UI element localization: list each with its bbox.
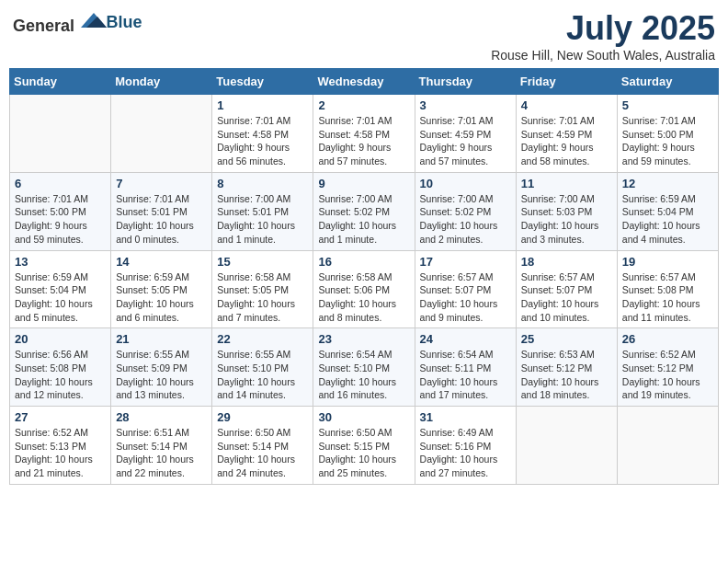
day-info: Sunrise: 7:00 AM Sunset: 5:02 PM Dayligh… (318, 192, 409, 247)
calendar-cell: 16Sunrise: 6:58 AM Sunset: 5:06 PM Dayli… (313, 250, 415, 328)
weekday-header-thursday: Thursday (415, 69, 516, 95)
logo-icon (81, 9, 107, 31)
day-info: Sunrise: 6:52 AM Sunset: 5:13 PM Dayligh… (15, 426, 106, 480)
day-number: 22 (217, 332, 308, 346)
weekday-header-monday: Monday (111, 69, 212, 95)
day-info: Sunrise: 7:01 AM Sunset: 5:00 PM Dayligh… (622, 114, 713, 168)
calendar-cell: 1Sunrise: 7:01 AM Sunset: 4:58 PM Daylig… (212, 95, 313, 173)
calendar-cell: 18Sunrise: 6:57 AM Sunset: 5:07 PM Dayli… (516, 250, 617, 328)
day-info: Sunrise: 6:57 AM Sunset: 5:07 PM Dayligh… (521, 270, 612, 325)
calendar-cell (111, 95, 212, 173)
logo: General Blue (13, 9, 142, 36)
day-info: Sunrise: 6:54 AM Sunset: 5:11 PM Dayligh… (420, 348, 511, 402)
day-number: 18 (521, 255, 612, 269)
day-info: Sunrise: 7:01 AM Sunset: 4:58 PM Dayligh… (318, 114, 409, 168)
calendar-table: SundayMondayTuesdayWednesdayThursdayFrid… (9, 68, 719, 485)
title-block: July 2025 Rouse Hill, New South Wales, A… (491, 9, 715, 63)
calendar-week-row: 13Sunrise: 6:59 AM Sunset: 5:04 PM Dayli… (10, 250, 719, 328)
day-info: Sunrise: 6:55 AM Sunset: 5:10 PM Dayligh… (217, 348, 308, 402)
calendar-cell: 23Sunrise: 6:54 AM Sunset: 5:10 PM Dayli… (313, 328, 415, 407)
day-info: Sunrise: 6:57 AM Sunset: 5:07 PM Dayligh… (420, 270, 511, 325)
logo-blue-text: Blue (107, 13, 142, 31)
day-info: Sunrise: 7:01 AM Sunset: 5:01 PM Dayligh… (116, 192, 207, 247)
calendar-week-row: 27Sunrise: 6:52 AM Sunset: 5:13 PM Dayli… (10, 407, 719, 485)
day-info: Sunrise: 7:01 AM Sunset: 4:59 PM Dayligh… (521, 114, 612, 168)
calendar-cell: 15Sunrise: 6:58 AM Sunset: 5:05 PM Dayli… (212, 250, 313, 328)
day-info: Sunrise: 6:52 AM Sunset: 5:12 PM Dayligh… (622, 348, 713, 402)
calendar-cell: 5Sunrise: 7:01 AM Sunset: 5:00 PM Daylig… (617, 95, 718, 173)
weekday-header-row: SundayMondayTuesdayWednesdayThursdayFrid… (10, 69, 719, 95)
day-number: 20 (15, 332, 106, 346)
weekday-header-saturday: Saturday (617, 69, 718, 95)
day-info: Sunrise: 6:49 AM Sunset: 5:16 PM Dayligh… (420, 426, 511, 480)
day-info: Sunrise: 7:01 AM Sunset: 4:59 PM Dayligh… (420, 114, 511, 168)
day-info: Sunrise: 6:56 AM Sunset: 5:08 PM Dayligh… (15, 348, 106, 402)
calendar-cell: 19Sunrise: 6:57 AM Sunset: 5:08 PM Dayli… (617, 250, 718, 328)
calendar-cell: 30Sunrise: 6:50 AM Sunset: 5:15 PM Dayli… (313, 407, 415, 485)
subtitle: Rouse Hill, New South Wales, Australia (491, 48, 715, 63)
logo-general-text: General (13, 17, 74, 35)
day-info: Sunrise: 6:51 AM Sunset: 5:14 PM Dayligh… (116, 426, 207, 480)
calendar-cell: 26Sunrise: 6:52 AM Sunset: 5:12 PM Dayli… (617, 328, 718, 407)
calendar-cell: 21Sunrise: 6:55 AM Sunset: 5:09 PM Dayli… (111, 328, 212, 407)
day-number: 27 (15, 410, 106, 424)
day-number: 6 (15, 177, 106, 190)
calendar-cell: 20Sunrise: 6:56 AM Sunset: 5:08 PM Dayli… (10, 328, 111, 407)
day-number: 21 (116, 332, 207, 346)
day-number: 26 (622, 332, 713, 346)
calendar-cell: 24Sunrise: 6:54 AM Sunset: 5:11 PM Dayli… (415, 328, 516, 407)
day-number: 31 (420, 410, 511, 424)
day-number: 4 (521, 98, 612, 112)
day-info: Sunrise: 6:50 AM Sunset: 5:15 PM Dayligh… (318, 426, 409, 480)
day-number: 2 (318, 98, 409, 112)
day-number: 17 (420, 255, 511, 269)
calendar-week-row: 1Sunrise: 7:01 AM Sunset: 4:58 PM Daylig… (10, 95, 719, 173)
calendar-cell: 27Sunrise: 6:52 AM Sunset: 5:13 PM Dayli… (10, 407, 111, 485)
day-number: 16 (318, 255, 409, 269)
day-info: Sunrise: 6:59 AM Sunset: 5:04 PM Dayligh… (622, 192, 713, 247)
day-number: 7 (116, 177, 207, 190)
calendar-cell: 11Sunrise: 7:00 AM Sunset: 5:03 PM Dayli… (516, 172, 617, 250)
day-number: 28 (116, 410, 207, 424)
day-info: Sunrise: 6:55 AM Sunset: 5:09 PM Dayligh… (116, 348, 207, 402)
calendar-cell: 12Sunrise: 6:59 AM Sunset: 5:04 PM Dayli… (617, 172, 718, 250)
day-info: Sunrise: 6:58 AM Sunset: 5:05 PM Dayligh… (217, 270, 308, 325)
day-number: 14 (116, 255, 207, 269)
calendar-cell (10, 95, 111, 173)
day-number: 1 (217, 98, 308, 112)
day-number: 15 (217, 255, 308, 269)
day-info: Sunrise: 7:01 AM Sunset: 4:58 PM Dayligh… (217, 114, 308, 168)
main-title: July 2025 (491, 9, 715, 48)
calendar-cell: 2Sunrise: 7:01 AM Sunset: 4:58 PM Daylig… (313, 95, 415, 173)
calendar-cell (516, 407, 617, 485)
day-number: 8 (217, 177, 308, 190)
calendar-cell: 3Sunrise: 7:01 AM Sunset: 4:59 PM Daylig… (415, 95, 516, 173)
calendar-week-row: 6Sunrise: 7:01 AM Sunset: 5:00 PM Daylig… (10, 172, 719, 250)
day-info: Sunrise: 6:58 AM Sunset: 5:06 PM Dayligh… (318, 270, 409, 325)
day-info: Sunrise: 7:00 AM Sunset: 5:01 PM Dayligh… (217, 192, 308, 247)
calendar-week-row: 20Sunrise: 6:56 AM Sunset: 5:08 PM Dayli… (10, 328, 719, 407)
day-info: Sunrise: 6:59 AM Sunset: 5:04 PM Dayligh… (15, 270, 106, 325)
day-number: 25 (521, 332, 612, 346)
day-number: 3 (420, 98, 511, 112)
day-number: 24 (420, 332, 511, 346)
calendar-cell: 28Sunrise: 6:51 AM Sunset: 5:14 PM Dayli… (111, 407, 212, 485)
day-number: 12 (622, 177, 713, 190)
day-info: Sunrise: 6:57 AM Sunset: 5:08 PM Dayligh… (622, 270, 713, 325)
weekday-header-sunday: Sunday (10, 69, 111, 95)
calendar-cell: 25Sunrise: 6:53 AM Sunset: 5:12 PM Dayli… (516, 328, 617, 407)
day-info: Sunrise: 7:00 AM Sunset: 5:03 PM Dayligh… (521, 192, 612, 247)
calendar-cell: 14Sunrise: 6:59 AM Sunset: 5:05 PM Dayli… (111, 250, 212, 328)
day-info: Sunrise: 6:50 AM Sunset: 5:14 PM Dayligh… (217, 426, 308, 480)
calendar-cell: 4Sunrise: 7:01 AM Sunset: 4:59 PM Daylig… (516, 95, 617, 173)
day-info: Sunrise: 7:00 AM Sunset: 5:02 PM Dayligh… (420, 192, 511, 247)
day-number: 13 (15, 255, 106, 269)
day-number: 11 (521, 177, 612, 190)
calendar-cell: 8Sunrise: 7:00 AM Sunset: 5:01 PM Daylig… (212, 172, 313, 250)
day-number: 30 (318, 410, 409, 424)
day-number: 19 (622, 255, 713, 269)
calendar-cell: 17Sunrise: 6:57 AM Sunset: 5:07 PM Dayli… (415, 250, 516, 328)
day-number: 10 (420, 177, 511, 190)
page-header: General Blue July 2025 Rouse Hill, New S… (9, 9, 719, 63)
day-info: Sunrise: 7:01 AM Sunset: 5:00 PM Dayligh… (15, 192, 106, 247)
